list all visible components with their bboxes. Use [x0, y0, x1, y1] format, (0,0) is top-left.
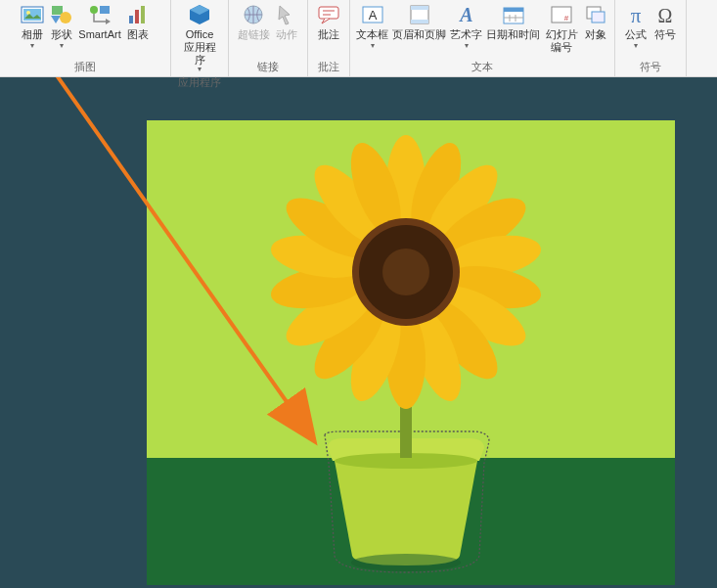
group-illustrations: 相册 ▾ 形状 ▾ SmartArt 图表	[0, 0, 171, 76]
wordart-label: 艺术字	[450, 28, 482, 41]
svg-rect-7	[100, 6, 110, 14]
svg-rect-26	[504, 8, 523, 12]
shapes-icon	[50, 3, 73, 26]
dropdown-icon: ▾	[198, 66, 202, 73]
svg-text:#: #	[564, 14, 569, 23]
group-symbols-label: 符号	[618, 59, 683, 76]
group-symbols: π 公式 ▾ Ω 符号 符号	[615, 0, 687, 76]
chart-button[interactable]: 图表	[123, 2, 153, 42]
symbol-label: 符号	[654, 28, 676, 41]
slide-canvas[interactable]	[0, 77, 717, 588]
officeapps-label: Office 应用程序	[182, 28, 217, 67]
headerfooter-label: 页眉和页脚	[392, 28, 446, 41]
equation-button[interactable]: π 公式 ▾	[621, 2, 650, 51]
object-icon	[584, 3, 607, 26]
slidenum-icon: #	[550, 3, 573, 26]
svg-text:Ω: Ω	[658, 5, 673, 25]
svg-rect-33	[592, 12, 605, 23]
svg-text:π: π	[631, 4, 642, 25]
shapes-label: 形状	[51, 28, 72, 41]
object-button[interactable]: 对象	[581, 2, 610, 42]
comment-label: 批注	[318, 28, 339, 41]
ribbon-toolbar: 相册 ▾ 形状 ▾ SmartArt 图表	[0, 0, 717, 77]
chart-label: 图表	[127, 28, 149, 41]
smartart-label: SmartArt	[78, 28, 120, 41]
chart-icon	[126, 3, 150, 26]
svg-marker-15	[279, 6, 290, 24]
svg-text:A: A	[368, 8, 377, 23]
action-label: 动作	[276, 28, 297, 41]
album-icon	[21, 3, 44, 26]
dropdown-icon: ▾	[371, 42, 375, 50]
officeapps-icon	[188, 3, 211, 26]
textbox-button[interactable]: A 文本框 ▾	[354, 2, 390, 51]
action-button[interactable]: 动作	[272, 2, 301, 42]
datetime-label: 日期和时间	[486, 28, 540, 41]
svg-point-6	[90, 6, 98, 14]
svg-point-4	[60, 12, 71, 23]
group-apps: Office 应用程序 ▾ 应用程序	[171, 0, 229, 76]
symbol-icon: Ω	[653, 3, 677, 26]
dropdown-icon: ▾	[60, 42, 64, 50]
slidenum-button[interactable]: # 幻灯片 编号	[542, 2, 581, 55]
datetime-icon	[502, 3, 525, 26]
group-text: A 文本框 ▾ 页眉和页脚 A 艺术字 ▾	[350, 0, 615, 76]
svg-rect-1	[23, 9, 41, 21]
equation-label: 公式	[625, 28, 647, 41]
action-icon	[275, 3, 298, 26]
headerfooter-button[interactable]: 页眉和页脚	[390, 2, 448, 42]
slidenum-label: 幻灯片 编号	[544, 28, 579, 54]
officeapps-button[interactable]: Office 应用程序 ▾	[180, 2, 219, 74]
headerfooter-icon	[408, 3, 431, 26]
shapes-button[interactable]: 形状 ▾	[47, 2, 76, 51]
comment-button[interactable]: 批注	[314, 2, 343, 42]
group-illustrations-label: 插图	[3, 59, 167, 76]
wordart-button[interactable]: A 艺术字 ▾	[448, 2, 484, 51]
group-text-label: 文本	[353, 59, 611, 76]
hyperlink-button[interactable]: 超链接	[236, 2, 272, 42]
group-links-label: 链接	[232, 59, 304, 76]
svg-rect-9	[129, 16, 133, 23]
group-links: 超链接 动作 链接	[229, 0, 308, 76]
svg-point-39	[351, 554, 461, 571]
group-overflow	[687, 0, 717, 76]
equation-icon: π	[624, 3, 648, 26]
object-label: 对象	[585, 28, 606, 41]
album-label: 相册	[22, 28, 43, 41]
dropdown-icon: ▾	[634, 42, 638, 50]
wordart-icon: A	[455, 3, 478, 26]
group-comments-label: 批注	[311, 59, 346, 76]
svg-rect-11	[141, 6, 145, 23]
svg-marker-5	[51, 16, 61, 23]
svg-rect-23	[411, 20, 428, 23]
svg-point-61	[382, 249, 429, 295]
dropdown-icon: ▾	[30, 42, 34, 50]
album-button[interactable]: 相册 ▾	[18, 2, 47, 51]
svg-rect-3	[52, 6, 63, 15]
textbox-label: 文本框	[356, 28, 388, 41]
slide-image-sunflower[interactable]	[147, 120, 675, 585]
textbox-icon: A	[361, 3, 384, 26]
dropdown-icon: ▾	[465, 42, 469, 50]
svg-rect-22	[411, 6, 428, 10]
hyperlink-icon	[242, 3, 265, 26]
group-comments: 批注 批注	[308, 0, 350, 76]
symbol-button[interactable]: Ω 符号	[650, 2, 680, 42]
hyperlink-label: 超链接	[238, 28, 270, 41]
comment-icon	[317, 3, 340, 26]
svg-rect-10	[135, 10, 139, 23]
smartart-icon	[88, 3, 112, 26]
group-apps-label: 应用程序	[174, 74, 225, 92]
svg-marker-8	[106, 19, 111, 24]
smartart-button[interactable]: SmartArt	[76, 2, 122, 42]
datetime-button[interactable]: 日期和时间	[484, 2, 542, 42]
svg-rect-16	[319, 7, 338, 19]
svg-text:A: A	[458, 4, 472, 25]
